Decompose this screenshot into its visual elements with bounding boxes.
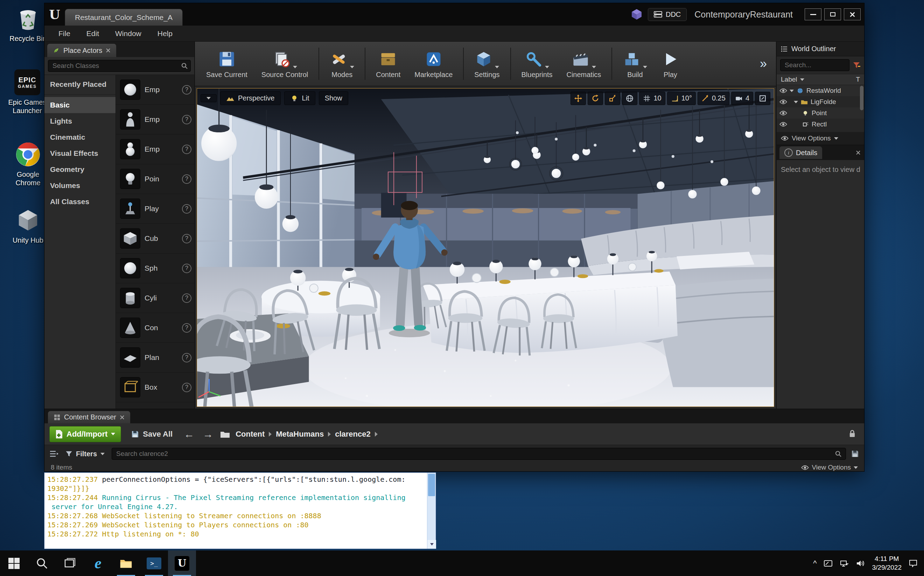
outliner-view-options[interactable]: View Options [777,132,864,145]
actor-box[interactable]: Box ? [116,373,194,402]
actor-empty-actor[interactable]: Emp ? [116,75,194,105]
expander-icon[interactable] [790,90,794,92]
category-cinematic[interactable]: Cinematic [45,129,115,145]
label-column-header[interactable]: Label [781,76,797,83]
blueprints-button[interactable]: Blueprints [514,46,560,81]
save-current-button[interactable]: Save Current [199,46,254,81]
visibility-eye-icon[interactable] [779,110,787,116]
close-panel-icon[interactable] [120,415,124,420]
outliner-filter-icon[interactable] [852,61,861,69]
console-scrollbar-thumb[interactable] [428,474,435,496]
help-icon[interactable]: ? [182,174,192,184]
scale-tool-button[interactable] [605,92,620,105]
content-view-options[interactable]: View Options [801,464,858,471]
category-basic[interactable]: Basic [45,97,115,113]
help-icon[interactable]: ? [182,353,192,362]
titlebar[interactable]: U Restaurant_Color_Scheme_A DDC Contempo… [45,3,864,26]
help-icon[interactable]: ? [182,145,192,154]
camera-speed-button[interactable]: 4 [731,92,753,105]
toolbar-overflow-chevron[interactable]: » [760,56,772,71]
close-panel-icon[interactable] [106,48,111,53]
actor-player-start[interactable]: Play ? [116,194,194,224]
help-icon[interactable]: ? [182,264,192,273]
level-tab[interactable]: Restaurant_Color_Scheme_A [65,9,183,26]
settings-button[interactable]: Settings [467,46,506,81]
actor-empty-pawn[interactable]: Emp ? [116,134,194,164]
close-button[interactable] [844,8,861,20]
taskbar-file-explorer[interactable] [112,550,140,576]
help-icon[interactable]: ? [182,115,192,124]
actor-plane[interactable]: Plan ? [116,343,194,373]
source-control-button[interactable]: Source Control [254,46,315,81]
back-arrow-button[interactable]: ← [182,429,196,440]
taskbar-clock[interactable]: 4:11 PM 3/29/2022 [872,555,902,572]
rotation-snap-button[interactable]: 10° [667,92,696,105]
content-search-input[interactable] [112,448,846,460]
actor-empty-character[interactable]: Emp ? [116,105,194,134]
grid-snap-button[interactable]: 10 [639,92,665,105]
menu-edit[interactable]: Edit [80,27,106,40]
console-scrollbar[interactable] [427,473,436,549]
rotate-tool-button[interactable] [588,92,603,105]
actor-cube[interactable]: Cub ? [116,224,194,253]
outliner-column-header[interactable]: Label T [777,74,864,85]
volume-icon[interactable] [856,559,865,568]
viewport-show-button[interactable]: Show [319,91,348,105]
outliner-row-point-light[interactable]: Point [777,107,864,119]
expander-icon[interactable] [794,101,798,103]
menu-window[interactable]: Window [108,27,148,40]
place-actors-tab[interactable]: Place Actors [47,44,116,57]
tray-expand-icon[interactable]: ^ [813,559,817,568]
viewport-options-button[interactable] [201,94,217,102]
content-browser-tab[interactable]: Content Browser [48,411,130,423]
viewport-3d-scene[interactable] [197,89,774,406]
visibility-eye-icon[interactable] [779,99,787,105]
help-icon[interactable]: ? [182,293,192,303]
world-outliner-header[interactable]: World Outliner [777,42,864,56]
outliner-row-rect-light[interactable]: Rectl [777,119,864,130]
action-center-icon[interactable] [909,559,918,568]
viewport-perspective-button[interactable]: Perspective [220,91,281,105]
translate-tool-button[interactable] [570,92,586,105]
details-tab[interactable]: i Details [779,146,822,159]
breadcrumb-clarence2[interactable]: clarence2 [335,430,371,439]
actor-point-light[interactable]: Poin ? [116,164,194,194]
ddc-status-button[interactable]: DDC [648,8,687,21]
visibility-eye-icon[interactable] [779,122,787,127]
outliner-search-input[interactable] [780,59,849,71]
desktop-icon-epic-games[interactable]: EPIC GAMES Epic Games Launcher [6,69,49,115]
content-button[interactable]: Content [369,46,407,81]
maximize-button[interactable] [824,8,841,20]
marketplace-button[interactable]: Marketplace [407,46,460,81]
signalling-server-console[interactable]: 15:28:27.237 peerConnectionOptions = {"i… [44,472,436,549]
world-coordinate-button[interactable] [622,92,637,105]
filters-button[interactable]: Filters [63,448,107,459]
save-search-icon[interactable] [851,450,859,458]
search-classes-input[interactable] [48,60,191,72]
network-icon[interactable] [839,559,849,568]
task-view-button[interactable] [56,550,84,576]
play-button[interactable]: Play [654,46,686,81]
help-icon[interactable]: ? [182,323,192,333]
maximize-viewport-button[interactable] [755,92,770,105]
desktop-icon-google-chrome[interactable]: Google Chrome [6,141,50,187]
mesh-notification-icon[interactable] [630,8,643,21]
help-icon[interactable]: ? [182,85,192,94]
tablet-input-icon[interactable] [823,559,833,568]
sources-list-icon[interactable] [49,450,59,458]
scale-snap-button[interactable]: 0.25 [697,92,729,105]
actor-cone[interactable]: Con ? [116,313,194,343]
desktop-icon-recycle-bin[interactable]: Recycle Bin [6,6,50,43]
breadcrumb-content[interactable]: Content [236,430,265,439]
close-details-icon[interactable] [856,150,861,155]
outliner-scrollbar[interactable] [860,86,863,110]
menu-help[interactable]: Help [150,27,180,40]
cinematics-button[interactable]: Cinematics [559,46,608,81]
type-column-header[interactable]: T [856,76,860,83]
taskbar-unreal-engine[interactable]: U [168,550,196,576]
taskbar-powershell[interactable]: >_ [140,550,168,576]
forward-arrow-button[interactable]: → [201,429,215,440]
add-import-button[interactable]: Add/Import [49,426,121,442]
actor-sphere[interactable]: Sph ? [116,253,194,283]
help-icon[interactable]: ? [182,234,192,243]
